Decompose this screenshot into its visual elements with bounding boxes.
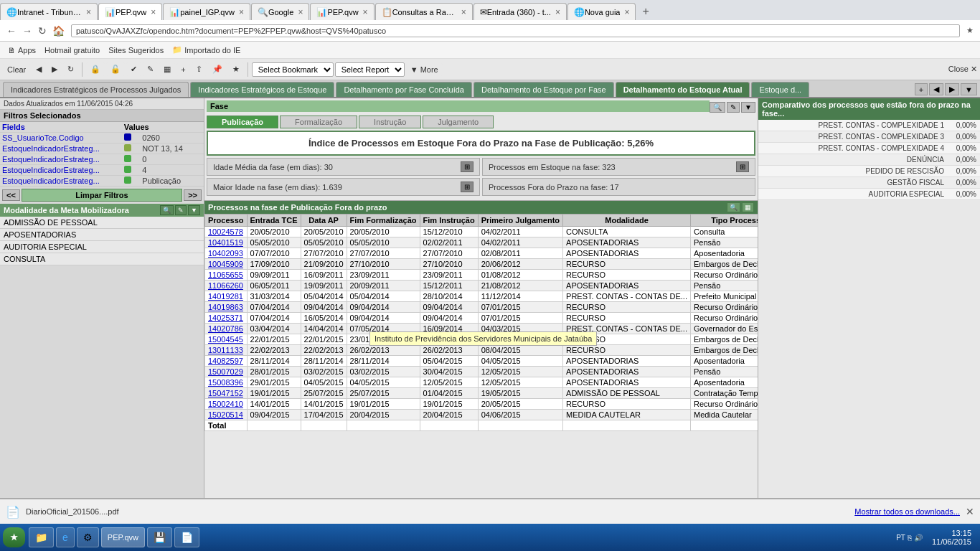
taskbar-chrome[interactable]: ⚙ [77,527,99,547]
cell-16-0[interactable]: 15002410 [205,399,248,410]
cell-11-0[interactable]: 13011133 [205,345,248,356]
fase-icon-2[interactable]: ✎ [727,102,740,113]
bookmarks-hotmail[interactable]: Hotmail gratuito [40,45,104,55]
nav-next-button[interactable]: ▶ [47,62,62,76]
taskbar-browser-active[interactable]: PEP.qvw [101,527,145,547]
undo-button[interactable]: ↻ [63,62,78,76]
taskbar-ie[interactable]: e [56,527,75,547]
reload-button[interactable]: ↻ [35,24,50,38]
download-close-button[interactable]: ✕ [966,506,974,517]
taskbar-explorer[interactable]: 📁 [29,527,54,547]
limpar-filtros-button[interactable]: Limpar Filtros [22,189,182,202]
tab-next-button[interactable]: ▶ [945,83,959,95]
cell-12-0[interactable]: 14082597 [205,356,248,367]
modalidade-item-2[interactable]: AUDITORIA ESPECIAL [0,241,204,253]
select-bookmark[interactable]: Select Bookmark [252,62,334,77]
qv-tab-5[interactable]: Estoque d... [751,82,809,97]
bookmarks-importado[interactable]: 📁 Importado do IE [168,44,245,55]
fase-tab-instrucao[interactable]: Instrução [359,116,421,128]
cell-3-0[interactable]: 10045909 [205,259,248,270]
tab-prev-button[interactable]: ◀ [929,83,943,95]
stat-estoque-icon[interactable]: ⊞ [736,161,749,172]
qv-tab-1[interactable]: Indicadores Estratégicos de Estoque [190,82,334,97]
taskbar-app2[interactable]: 💾 [147,527,172,547]
tab-close-4[interactable]: × [298,7,303,17]
processes-icon-2[interactable]: ▦ [742,202,754,212]
check-button[interactable]: ✔ [126,62,141,76]
cell-1-0[interactable]: 10401519 [205,237,248,248]
fase-icon-1[interactable]: 🔍 [710,102,725,113]
bookmark-star[interactable]: ★ [963,26,976,35]
cell-13-0[interactable]: 15007029 [205,367,248,377]
qv-tab-3[interactable]: Detalhamento do Estoque por Fase [473,82,614,97]
browser-tab-2[interactable]: 📊PEP.qvw× [98,3,162,20]
clear-button[interactable]: Clear [3,63,30,76]
qv-tab-2[interactable]: Detalhamento por Fase Concluída [336,82,472,97]
modalidade-edit-button[interactable]: ✎ [175,205,187,215]
modalidade-item-1[interactable]: APOSENTADORIAS [0,229,204,241]
modalidade-search-button[interactable]: 🔍 [160,205,174,215]
stat-maior-icon[interactable]: ⊞ [461,182,473,192]
pin-button[interactable]: 📌 [208,62,227,76]
cell-5-0[interactable]: 11066260 [205,281,248,291]
cell-15-0[interactable]: 15047152 [205,388,248,399]
browser-tab-5[interactable]: 📊PEP.qvw× [310,3,374,20]
filter-next-button[interactable]: >> [184,189,202,201]
modalidade-item-3[interactable]: CONSULTA [0,253,204,265]
bookmarks-sites[interactable]: Sites Sugeridos [104,45,168,55]
fase-tab-julgamento[interactable]: Julgamento [423,116,494,128]
cell-8-0[interactable]: 14025371 [205,313,248,324]
stat-idade-icon[interactable]: ⊞ [461,161,473,172]
cell-7-0[interactable]: 14019863 [205,302,248,313]
modalidade-item-0[interactable]: ADMISSÃO DE PESSOAL [0,217,204,229]
modalidade-menu-button[interactable]: ▼ [188,205,200,215]
lock-button[interactable]: 🔒 [86,62,105,76]
edit-button[interactable]: ✎ [143,62,158,76]
new-tab-button[interactable]: + [636,3,654,20]
processes-table-wrapper[interactable]: ProcessoEntrada TCEData APFim Formalizaç… [204,214,758,522]
cell-2-0[interactable]: 10402093 [205,248,248,259]
start-button[interactable]: ★ [3,527,25,547]
cell-4-0[interactable]: 11065655 [205,270,248,281]
tab-close-7[interactable]: × [555,7,560,17]
tab-add-button[interactable]: + [915,83,928,95]
star-button[interactable]: ★ [228,62,244,76]
browser-tab-4[interactable]: 🔍Google× [251,3,310,20]
browser-tab-3[interactable]: 📊painel_IGP.qvw× [163,3,250,20]
plus-button[interactable]: + [176,63,189,76]
filter-prev-button[interactable]: << [2,189,20,201]
more-button[interactable]: ▼ More [406,63,443,76]
browser-tab-1[interactable]: 🌐Intranet - Tribuna...× [0,3,98,20]
chart-button[interactable]: ▦ [159,62,175,76]
fase-tab-publicacao[interactable]: Publicação [207,116,278,128]
close-button[interactable]: Close ✕ [948,65,977,74]
forward-button[interactable]: → [19,24,35,38]
unlock-button[interactable]: 🔓 [106,62,125,76]
fase-icon-3[interactable]: ▼ [741,102,755,113]
select-report[interactable]: Select Report [335,62,405,77]
tab-close-5[interactable]: × [363,7,368,17]
browser-tab-6[interactable]: 📋Consultas a Ram...× [375,3,473,20]
cell-14-0[interactable]: 15008396 [205,377,248,388]
back-button[interactable]: ← [4,24,19,38]
taskbar-app3[interactable]: 📄 [174,527,199,547]
tab-menu-button[interactable]: ▼ [961,83,977,95]
cell-10-0[interactable]: 15004545 [205,334,248,345]
fase-tab-formalizacao[interactable]: Formalização [280,116,357,128]
cell-0-0[interactable]: 10024578 [205,227,248,237]
processes-icon-1[interactable]: 🔍 [727,202,740,212]
tab-close-1[interactable]: × [86,7,91,17]
tab-close-6[interactable]: × [461,7,466,17]
arrow-button[interactable]: ⇧ [192,62,207,76]
browser-tab-8[interactable]: 🌐Nova guia× [567,3,636,20]
bookmarks-apps[interactable]: 🗎 Apps [4,45,40,55]
tab-close-8[interactable]: × [624,7,629,17]
show-downloads-link[interactable]: Mostrar todos os downloads... [854,507,960,516]
nav-prev-button[interactable]: ◀ [32,62,46,76]
cell-17-0[interactable]: 15020514 [205,410,248,420]
address-bar[interactable] [71,24,960,37]
qv-tab-0[interactable]: Indicadores Estratégicos de Processos Ju… [3,82,189,97]
tab-close-2[interactable]: × [151,7,156,17]
browser-tab-7[interactable]: ✉Entrada (360) - t...× [473,3,567,20]
home-button[interactable]: 🏠 [50,24,67,38]
